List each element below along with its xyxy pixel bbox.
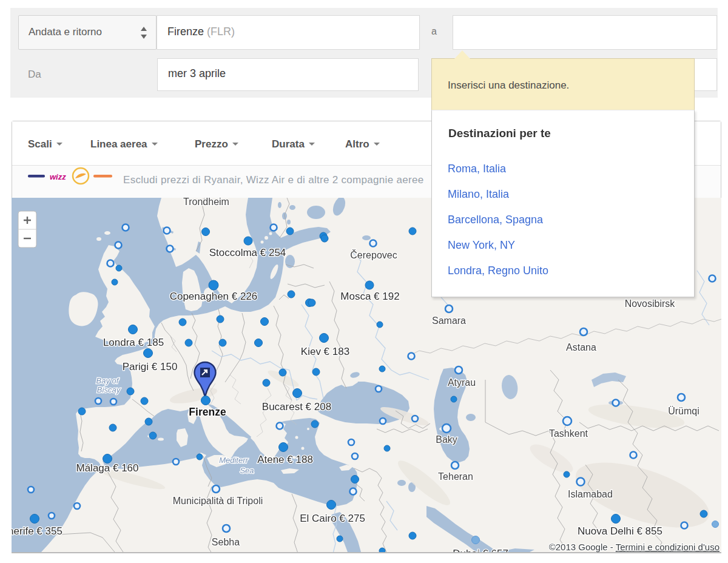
svg-text:Atene € 188: Atene € 188 <box>257 454 313 465</box>
svg-text:Sebha: Sebha <box>212 537 240 547</box>
svg-text:Baky: Baky <box>436 434 457 445</box>
svg-text:Stoccolma € 254: Stoccolma € 254 <box>209 247 286 258</box>
svg-text:Bucarest € 208: Bucarest € 208 <box>262 401 331 413</box>
svg-text:Mosca € 192: Mosca € 192 <box>340 291 399 302</box>
svg-text:Mediterr: Mediterr <box>219 456 248 465</box>
svg-text:Kiev € 183: Kiev € 183 <box>301 346 349 357</box>
svg-text:Čerepovec: Čerepovec <box>350 249 397 260</box>
svg-text:Copenaghen € 226: Copenaghen € 226 <box>170 291 258 302</box>
svg-text:Sea: Sea <box>240 466 254 475</box>
svg-text:Tashkent: Tashkent <box>549 428 588 439</box>
svg-text:Municipalità di Tripoli: Municipalità di Tripoli <box>173 496 263 506</box>
svg-text:Biscay: Biscay <box>97 385 121 394</box>
svg-text:Firenze: Firenze <box>189 406 226 418</box>
svg-text:wizz: wizz <box>50 172 66 181</box>
svg-text:Nuova Delhi € 855: Nuova Delhi € 855 <box>578 525 662 537</box>
svg-text:Londra € 185: Londra € 185 <box>103 337 164 348</box>
svg-text:Málaga € 160: Málaga € 160 <box>76 462 138 474</box>
svg-text:Samara: Samara <box>432 315 466 326</box>
svg-text:Bay of: Bay of <box>96 376 120 385</box>
svg-text:El Cairo € 275: El Cairo € 275 <box>300 513 365 524</box>
svg-text:Tenerife € 355: Tenerife € 355 <box>12 525 62 537</box>
svg-text:Islamabad: Islamabad <box>568 489 613 499</box>
svg-text:Teheran: Teheran <box>438 471 473 482</box>
svg-text:Trondheim: Trondheim <box>183 198 229 207</box>
svg-text:Atyrau: Atyrau <box>448 377 476 388</box>
svg-text:Parigi € 150: Parigi € 150 <box>123 361 178 373</box>
svg-text:©2013 Google - Termini e condi: ©2013 Google - Termini e condizioni d'us… <box>549 542 720 552</box>
svg-text:Novosibirsk: Novosibirsk <box>625 298 676 309</box>
svg-text:Ürümqi: Ürümqi <box>668 406 699 416</box>
svg-text:Astana: Astana <box>566 342 596 352</box>
